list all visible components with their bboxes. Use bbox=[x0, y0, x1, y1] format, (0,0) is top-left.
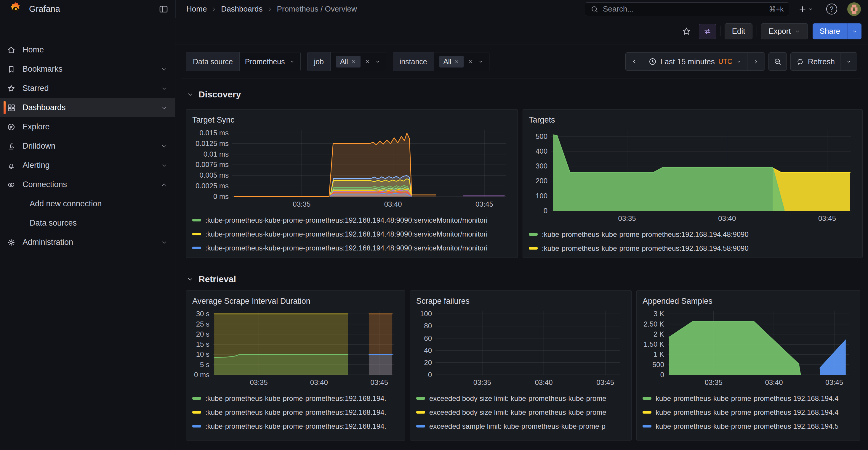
sidebar-item-drilldown[interactable]: Drilldown bbox=[0, 136, 175, 156]
target-sync-legend: :kube-prometheus-kube-prome-prometheus:1… bbox=[192, 213, 512, 255]
job-select[interactable]: All bbox=[330, 53, 386, 71]
legend-item[interactable]: :kube-prometheus-kube-prome-prometheus:1… bbox=[192, 227, 512, 241]
chevron-down-icon[interactable] bbox=[161, 66, 167, 72]
clock-icon bbox=[649, 58, 657, 66]
chevron-down-icon[interactable] bbox=[161, 239, 167, 246]
user-avatar[interactable] bbox=[847, 2, 861, 16]
target-sync-chart[interactable]: 03:3503:4003:450 ms0.0025 ms0.005 ms0.00… bbox=[192, 126, 512, 210]
legend-item[interactable]: :kube-prometheus-kube-prome-prometheus:1… bbox=[192, 391, 399, 405]
sidebar-item-connections[interactable]: Connections bbox=[0, 175, 175, 194]
sidebar-item-data-sources[interactable]: Data sources bbox=[0, 214, 175, 233]
sidebar-item-administration[interactable]: Administration bbox=[0, 233, 175, 252]
chevron-down-icon bbox=[478, 59, 484, 65]
svg-text:0: 0 bbox=[544, 207, 548, 215]
zoom-out-button[interactable] bbox=[769, 53, 787, 71]
close-icon[interactable] bbox=[454, 59, 460, 64]
chevron-down-icon[interactable] bbox=[161, 143, 167, 150]
panel-average-scrape-interval: Average Scrape Interval Duration 03:3503… bbox=[186, 290, 405, 441]
refresh-interval-dropdown[interactable] bbox=[840, 53, 857, 70]
sidebar-item-bookmarks[interactable]: Bookmarks bbox=[0, 60, 175, 79]
breadcrumb-home[interactable]: Home bbox=[186, 4, 207, 13]
legend-swatch bbox=[643, 425, 651, 427]
time-forward-button[interactable] bbox=[747, 53, 765, 70]
sidebar-item-add-new-connection[interactable]: Add new connection bbox=[0, 194, 175, 214]
old-dashboards-toggle-button[interactable] bbox=[699, 24, 716, 39]
time-range-picker[interactable]: Last 15 minutes UTC bbox=[643, 53, 747, 70]
chevron-down-icon[interactable] bbox=[161, 85, 167, 92]
section-retrieval[interactable]: Retrieval bbox=[187, 271, 863, 287]
svg-text:20: 20 bbox=[424, 358, 432, 366]
sidebar-item-dashboards[interactable]: Dashboards bbox=[0, 98, 175, 117]
svg-text:2 K: 2 K bbox=[653, 330, 664, 338]
sidebar-item-alerting[interactable]: Alerting bbox=[0, 156, 175, 175]
svg-text:300: 300 bbox=[536, 162, 548, 170]
share-dropdown-button[interactable] bbox=[847, 23, 862, 39]
scrape-failures-chart[interactable]: 03:3503:4003:45020406080100 bbox=[416, 307, 625, 388]
sidebar-item-explore[interactable]: Explore bbox=[0, 117, 175, 136]
time-back-button[interactable] bbox=[626, 53, 643, 70]
legend-item[interactable]: :kube-prometheus-kube-prome-prometheus:1… bbox=[192, 213, 512, 227]
legend-item[interactable]: :kube-prometheus-kube-prome-prometheus:1… bbox=[192, 405, 399, 419]
clear-icon[interactable] bbox=[468, 59, 474, 65]
legend-swatch bbox=[416, 397, 425, 400]
export-button[interactable]: Export bbox=[761, 23, 808, 39]
job-variable: job All bbox=[307, 52, 386, 71]
legend-item[interactable]: kube-prometheus-kube-prome-prometheus 19… bbox=[643, 419, 854, 433]
average-scrape-interval-chart[interactable]: 03:3503:4003:450 ms5 s10 s15 s20 s25 s30… bbox=[192, 307, 399, 388]
instance-label: instance bbox=[393, 53, 434, 71]
panel-title: Average Scrape Interval Duration bbox=[192, 295, 399, 307]
help-button[interactable]: ? bbox=[825, 2, 839, 16]
chevron-up-icon[interactable] bbox=[161, 182, 167, 188]
search-input[interactable] bbox=[603, 4, 765, 13]
edit-button[interactable]: Edit bbox=[724, 23, 753, 39]
search-box[interactable]: ⌘+k bbox=[585, 2, 789, 16]
legend-item[interactable]: exceeded body size limit: kube-prometheu… bbox=[416, 405, 625, 419]
sidebar-toggle-icon[interactable] bbox=[158, 3, 169, 15]
chevron-down-icon[interactable] bbox=[161, 162, 167, 169]
legend-item[interactable]: kube-prometheus-kube-prome-prometheus 19… bbox=[643, 405, 854, 419]
legend-label: exceeded sample limit: kube-prometheus-k… bbox=[429, 422, 625, 430]
legend-swatch bbox=[529, 247, 538, 250]
variables-bar: Data source Prometheus job All bbox=[175, 44, 868, 78]
svg-text:10 s: 10 s bbox=[196, 350, 210, 358]
legend-swatch bbox=[192, 219, 201, 221]
clear-icon[interactable] bbox=[365, 59, 371, 65]
share-button[interactable]: Share bbox=[813, 23, 847, 39]
legend-item[interactable]: :kube-prometheus-kube-prome-prometheus:1… bbox=[192, 419, 399, 433]
targets-chart[interactable]: 03:3503:4003:450100200300400500 bbox=[529, 126, 857, 224]
svg-text:0: 0 bbox=[428, 371, 432, 379]
instance-chip-all[interactable]: All bbox=[439, 56, 464, 67]
svg-text:0.005 ms: 0.005 ms bbox=[199, 171, 229, 179]
appended-samples-chart[interactable]: 03:3503:4003:4505001 K1.50 K2 K2.50 K3 K bbox=[643, 307, 854, 388]
legend-item[interactable]: :kube-prometheus-kube-prome-prometheus:1… bbox=[192, 241, 512, 255]
job-chip-all[interactable]: All bbox=[336, 56, 361, 67]
sidebar-item-home[interactable]: Home bbox=[0, 40, 175, 60]
svg-text:80: 80 bbox=[424, 322, 432, 330]
brand-name: Grafana bbox=[29, 4, 60, 14]
svg-text:03:40: 03:40 bbox=[718, 214, 736, 222]
legend-item[interactable]: exceeded body size limit: kube-prometheu… bbox=[416, 391, 625, 405]
legend-item[interactable]: exceeded sample limit: kube-prometheus-k… bbox=[416, 419, 625, 433]
sidebar-nav: Home Bookmarks Starred Dashboards Explor… bbox=[0, 18, 175, 450]
sidebar-item-starred[interactable]: Starred bbox=[0, 79, 175, 98]
close-icon[interactable] bbox=[351, 59, 356, 64]
time-controls: Last 15 minutes UTC Refresh bbox=[625, 53, 857, 71]
datasource-variable: Data source Prometheus bbox=[186, 52, 301, 71]
chevron-down-icon bbox=[375, 59, 381, 65]
divider bbox=[843, 4, 843, 14]
chevron-down-icon[interactable] bbox=[161, 104, 167, 111]
svg-text:25 s: 25 s bbox=[196, 320, 210, 328]
grafana-logo-icon[interactable] bbox=[8, 1, 23, 17]
refresh-button[interactable]: Refresh bbox=[791, 53, 840, 70]
instance-select[interactable]: All bbox=[434, 53, 489, 71]
legend-item[interactable]: :kube-prometheus-kube-prome-prometheus:1… bbox=[529, 227, 857, 241]
svg-text:400: 400 bbox=[536, 147, 548, 155]
legend-item[interactable]: :kube-prometheus-kube-prome-prometheus:1… bbox=[529, 241, 857, 255]
chevron-left-icon bbox=[631, 58, 638, 65]
datasource-select[interactable]: Prometheus bbox=[239, 53, 300, 71]
breadcrumb-dashboards[interactable]: Dashboards bbox=[221, 4, 262, 13]
add-button[interactable] bbox=[796, 2, 816, 16]
section-discovery[interactable]: Discovery bbox=[187, 86, 863, 103]
star-dashboard-button[interactable] bbox=[679, 24, 693, 38]
legend-item[interactable]: kube-prometheus-kube-prome-prometheus 19… bbox=[643, 391, 854, 405]
